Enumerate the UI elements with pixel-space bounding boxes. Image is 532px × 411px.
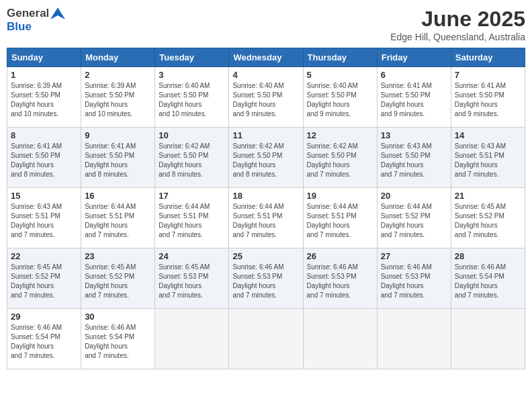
day-number: 19 bbox=[307, 191, 373, 201]
calendar-cell: 26Sunrise: 6:46 AMSunset: 5:53 PMDayligh… bbox=[303, 248, 377, 309]
day-number: 11 bbox=[232, 130, 299, 140]
day-number: 4 bbox=[232, 70, 299, 80]
day-number: 14 bbox=[455, 130, 521, 140]
day-number: 26 bbox=[307, 251, 373, 261]
day-number: 3 bbox=[159, 70, 225, 80]
day-info: Sunrise: 6:41 AMSunset: 5:50 PMDaylight … bbox=[381, 81, 447, 119]
day-info: Sunrise: 6:43 AMSunset: 5:51 PMDaylight … bbox=[11, 202, 77, 240]
calendar-cell: 19Sunrise: 6:44 AMSunset: 5:51 PMDayligh… bbox=[303, 188, 377, 248]
header: General Blue June 2025 Edge Hill, Queens… bbox=[7, 7, 525, 42]
calendar-cell: 9Sunrise: 6:41 AMSunset: 5:50 PMDaylight… bbox=[81, 128, 155, 188]
calendar: SundayMondayTuesdayWednesdayThursdayFrid… bbox=[7, 48, 525, 369]
day-info: Sunrise: 6:46 AMSunset: 5:54 PMDaylight … bbox=[455, 263, 521, 300]
day-number: 13 bbox=[381, 130, 447, 140]
day-info: Sunrise: 6:45 AMSunset: 5:53 PMDaylight … bbox=[159, 263, 225, 300]
calendar-cell: 22Sunrise: 6:45 AMSunset: 5:52 PMDayligh… bbox=[7, 248, 81, 309]
header-tuesday: Tuesday bbox=[155, 48, 229, 67]
header-friday: Friday bbox=[377, 48, 451, 67]
location-title: Edge Hill, Queensland, Australia bbox=[390, 32, 525, 42]
day-info: Sunrise: 6:40 AMSunset: 5:50 PMDaylight … bbox=[307, 81, 373, 119]
header-monday: Monday bbox=[81, 48, 155, 67]
calendar-cell: 10Sunrise: 6:42 AMSunset: 5:50 PMDayligh… bbox=[155, 128, 229, 188]
calendar-cell bbox=[229, 309, 303, 369]
calendar-cell: 23Sunrise: 6:45 AMSunset: 5:52 PMDayligh… bbox=[81, 248, 155, 309]
day-info: Sunrise: 6:44 AMSunset: 5:51 PMDaylight … bbox=[307, 202, 373, 240]
day-number: 30 bbox=[85, 312, 151, 322]
day-info: Sunrise: 6:39 AMSunset: 5:50 PMDaylight … bbox=[11, 81, 77, 119]
calendar-cell: 3Sunrise: 6:40 AMSunset: 5:50 PMDaylight… bbox=[155, 67, 229, 128]
calendar-cell bbox=[155, 309, 229, 369]
day-number: 17 bbox=[159, 191, 225, 201]
calendar-cell: 11Sunrise: 6:42 AMSunset: 5:50 PMDayligh… bbox=[229, 128, 303, 188]
day-info: Sunrise: 6:39 AMSunset: 5:50 PMDaylight … bbox=[85, 81, 151, 119]
day-number: 7 bbox=[455, 70, 521, 80]
month-title: June 2025 bbox=[390, 7, 525, 32]
day-number: 28 bbox=[455, 251, 521, 261]
header-sunday: Sunday bbox=[7, 48, 81, 67]
calendar-cell bbox=[377, 309, 451, 369]
day-info: Sunrise: 6:42 AMSunset: 5:50 PMDaylight … bbox=[307, 142, 373, 179]
week-row-1: 1Sunrise: 6:39 AMSunset: 5:50 PMDaylight… bbox=[7, 67, 525, 128]
svg-marker-0 bbox=[50, 7, 65, 19]
day-info: Sunrise: 6:42 AMSunset: 5:50 PMDaylight … bbox=[159, 142, 225, 179]
calendar-cell: 13Sunrise: 6:43 AMSunset: 5:50 PMDayligh… bbox=[377, 128, 451, 188]
header-wednesday: Wednesday bbox=[229, 48, 303, 67]
calendar-cell: 17Sunrise: 6:44 AMSunset: 5:51 PMDayligh… bbox=[155, 188, 229, 248]
day-info: Sunrise: 6:42 AMSunset: 5:50 PMDaylight … bbox=[232, 142, 299, 179]
day-info: Sunrise: 6:44 AMSunset: 5:51 PMDaylight … bbox=[85, 202, 151, 240]
day-info: Sunrise: 6:45 AMSunset: 5:52 PMDaylight … bbox=[85, 263, 151, 300]
day-info: Sunrise: 6:41 AMSunset: 5:50 PMDaylight … bbox=[85, 142, 151, 179]
day-number: 18 bbox=[232, 191, 299, 201]
calendar-cell: 2Sunrise: 6:39 AMSunset: 5:50 PMDaylight… bbox=[81, 67, 155, 128]
day-number: 21 bbox=[455, 191, 521, 201]
day-info: Sunrise: 6:41 AMSunset: 5:50 PMDaylight … bbox=[455, 81, 521, 119]
calendar-cell: 15Sunrise: 6:43 AMSunset: 5:51 PMDayligh… bbox=[7, 188, 81, 248]
day-number: 8 bbox=[11, 130, 77, 140]
calendar-cell: 24Sunrise: 6:45 AMSunset: 5:53 PMDayligh… bbox=[155, 248, 229, 309]
day-info: Sunrise: 6:45 AMSunset: 5:52 PMDaylight … bbox=[455, 202, 521, 240]
day-info: Sunrise: 6:41 AMSunset: 5:50 PMDaylight … bbox=[11, 142, 77, 179]
day-info: Sunrise: 6:46 AMSunset: 5:54 PMDaylight … bbox=[11, 323, 77, 361]
day-number: 27 bbox=[381, 251, 447, 261]
calendar-header-row: SundayMondayTuesdayWednesdayThursdayFrid… bbox=[7, 48, 525, 67]
week-row-3: 15Sunrise: 6:43 AMSunset: 5:51 PMDayligh… bbox=[7, 188, 525, 248]
calendar-cell: 29Sunrise: 6:46 AMSunset: 5:54 PMDayligh… bbox=[7, 309, 81, 369]
day-number: 10 bbox=[159, 130, 225, 140]
calendar-cell: 7Sunrise: 6:41 AMSunset: 5:50 PMDaylight… bbox=[451, 67, 525, 128]
week-row-5: 29Sunrise: 6:46 AMSunset: 5:54 PMDayligh… bbox=[7, 309, 525, 369]
calendar-cell: 5Sunrise: 6:40 AMSunset: 5:50 PMDaylight… bbox=[303, 67, 377, 128]
day-number: 12 bbox=[307, 130, 373, 140]
day-info: Sunrise: 6:46 AMSunset: 5:54 PMDaylight … bbox=[85, 323, 151, 361]
calendar-cell: 21Sunrise: 6:45 AMSunset: 5:52 PMDayligh… bbox=[451, 188, 525, 248]
day-number: 1 bbox=[11, 70, 77, 80]
calendar-cell: 30Sunrise: 6:46 AMSunset: 5:54 PMDayligh… bbox=[81, 309, 155, 369]
day-number: 16 bbox=[85, 191, 151, 201]
day-number: 5 bbox=[307, 70, 373, 80]
day-number: 22 bbox=[11, 251, 77, 261]
header-saturday: Saturday bbox=[451, 48, 525, 67]
calendar-cell: 12Sunrise: 6:42 AMSunset: 5:50 PMDayligh… bbox=[303, 128, 377, 188]
day-number: 20 bbox=[381, 191, 447, 201]
day-info: Sunrise: 6:45 AMSunset: 5:52 PMDaylight … bbox=[11, 263, 77, 300]
calendar-cell bbox=[303, 309, 377, 369]
calendar-cell: 1Sunrise: 6:39 AMSunset: 5:50 PMDaylight… bbox=[7, 67, 81, 128]
day-info: Sunrise: 6:44 AMSunset: 5:52 PMDaylight … bbox=[381, 202, 447, 240]
calendar-cell: 16Sunrise: 6:44 AMSunset: 5:51 PMDayligh… bbox=[81, 188, 155, 248]
calendar-cell: 6Sunrise: 6:41 AMSunset: 5:50 PMDaylight… bbox=[377, 67, 451, 128]
day-number: 29 bbox=[11, 312, 77, 322]
calendar-cell: 28Sunrise: 6:46 AMSunset: 5:54 PMDayligh… bbox=[451, 248, 525, 309]
day-number: 2 bbox=[85, 70, 151, 80]
title-area: June 2025 Edge Hill, Queensland, Austral… bbox=[390, 7, 525, 42]
day-number: 6 bbox=[381, 70, 447, 80]
day-info: Sunrise: 6:46 AMSunset: 5:53 PMDaylight … bbox=[232, 263, 299, 300]
day-info: Sunrise: 6:40 AMSunset: 5:50 PMDaylight … bbox=[232, 81, 299, 119]
day-info: Sunrise: 6:46 AMSunset: 5:53 PMDaylight … bbox=[381, 263, 447, 300]
day-info: Sunrise: 6:43 AMSunset: 5:50 PMDaylight … bbox=[381, 142, 447, 179]
day-number: 25 bbox=[232, 251, 299, 261]
week-row-4: 22Sunrise: 6:45 AMSunset: 5:52 PMDayligh… bbox=[7, 248, 525, 309]
day-info: Sunrise: 6:40 AMSunset: 5:50 PMDaylight … bbox=[159, 81, 225, 119]
logo-general: General bbox=[7, 7, 49, 20]
week-row-2: 8Sunrise: 6:41 AMSunset: 5:50 PMDaylight… bbox=[7, 128, 525, 188]
calendar-cell: 25Sunrise: 6:46 AMSunset: 5:53 PMDayligh… bbox=[229, 248, 303, 309]
logo-blue: Blue bbox=[7, 20, 32, 33]
